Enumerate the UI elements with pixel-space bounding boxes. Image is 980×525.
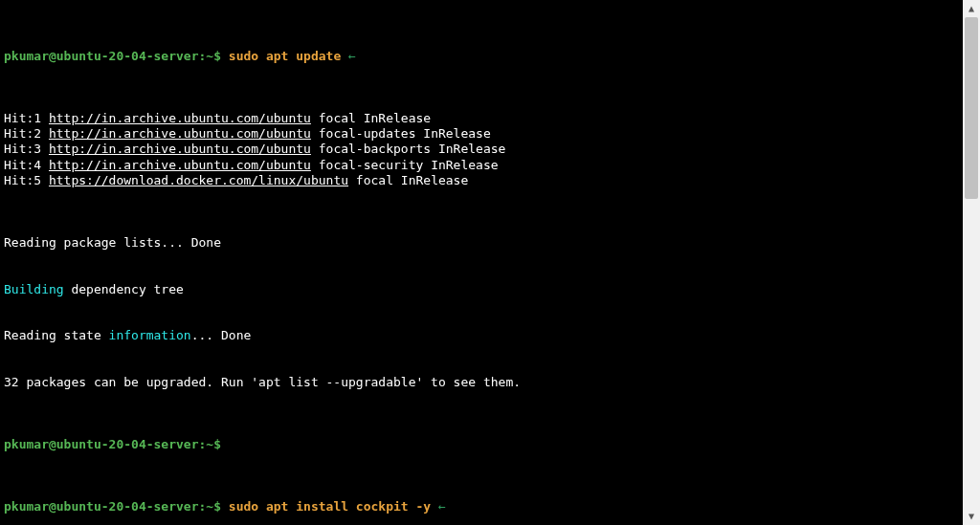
command-text: sudo apt install cockpit -y — [229, 499, 431, 514]
output-text: Hit:4 http://in.archive.ubuntu.com/ubunt… — [4, 158, 959, 173]
repo-url: http://in.archive.ubuntu.com/ubuntu — [49, 111, 311, 125]
arrow-left-icon: ← — [431, 499, 446, 514]
scroll-down-button[interactable]: ▼ — [963, 508, 980, 525]
output-text: Hit:3 http://in.archive.ubuntu.com/ubunt… — [4, 142, 959, 157]
highlight-text: Building — [4, 282, 64, 296]
scroll-up-button[interactable]: ▲ — [963, 0, 980, 17]
output-text: Reading state information... Done — [4, 328, 959, 343]
output-text: Hit:2 http://in.archive.ubuntu.com/ubunt… — [4, 126, 959, 142]
output-text: Building dependency tree — [4, 282, 959, 297]
terminal-window: pkumar@ubuntu-20-04-server:~$ sudo apt u… — [0, 0, 980, 525]
shell-prompt: pkumar@ubuntu-20-04-server:~$ — [4, 499, 229, 514]
repo-url: http://in.archive.ubuntu.com/ubuntu — [49, 126, 311, 141]
arrow-left-icon: ← — [341, 49, 356, 63]
terminal-output[interactable]: pkumar@ubuntu-20-04-server:~$ sudo apt u… — [0, 0, 963, 525]
output-text: Hit:1 http://in.archive.ubuntu.com/ubunt… — [4, 111, 959, 126]
repo-url: https://download.docker.com/linux/ubuntu — [49, 173, 348, 187]
output-text: Reading package lists... Done — [4, 235, 959, 251]
repo-url: http://in.archive.ubuntu.com/ubuntu — [49, 142, 311, 156]
prompt-line-3: pkumar@ubuntu-20-04-server:~$ sudo apt i… — [4, 499, 959, 514]
highlight-text: information — [109, 328, 191, 342]
prompt-line-1: pkumar@ubuntu-20-04-server:~$ sudo apt u… — [4, 49, 959, 64]
prompt-line-2: pkumar@ubuntu-20-04-server:~$ — [4, 437, 959, 452]
scrollbar-thumb[interactable] — [965, 17, 978, 199]
shell-prompt: pkumar@ubuntu-20-04-server:~$ — [4, 437, 229, 451]
output-text: Hit:5 https://download.docker.com/linux/… — [4, 173, 959, 188]
shell-prompt: pkumar@ubuntu-20-04-server:~$ — [4, 49, 229, 63]
repo-url: http://in.archive.ubuntu.com/ubuntu — [49, 158, 311, 172]
scrollbar-vertical[interactable]: ▲ ▼ — [963, 0, 980, 525]
command-text: sudo apt update — [229, 49, 341, 63]
output-text: 32 packages can be upgraded. Run 'apt li… — [4, 375, 959, 390]
